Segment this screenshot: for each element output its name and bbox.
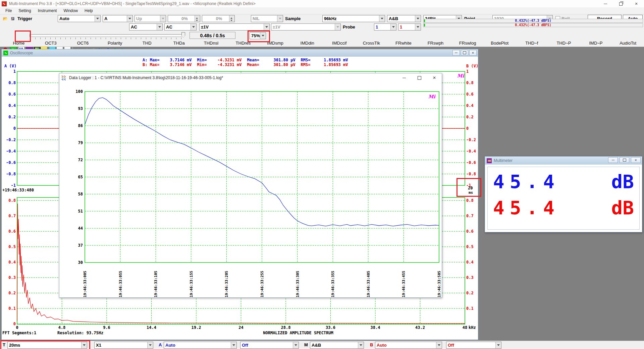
scope-ytick-left: 0.4 xyxy=(8,103,16,108)
b-filter-select[interactable]: Off xyxy=(446,342,501,349)
minimize-icon[interactable] xyxy=(608,157,618,163)
b-scale-select[interactable]: Auto xyxy=(375,342,442,349)
zoom-select[interactable]: 75% xyxy=(250,32,266,39)
trigger-source-select[interactable]: A xyxy=(103,15,133,22)
minimize-icon[interactable] xyxy=(598,0,613,7)
close-icon[interactable]: ✕ xyxy=(629,0,644,7)
spinner-buttons[interactable] xyxy=(229,15,234,22)
tab-frwhite[interactable]: FRwhite xyxy=(387,40,420,47)
restore-icon[interactable] xyxy=(613,0,629,7)
tab-thdres[interactable]: THDres xyxy=(227,40,259,47)
tab-thdnsl[interactable]: THDnsl xyxy=(195,40,227,47)
trigger-delay-spinner[interactable]: 0% xyxy=(202,15,235,22)
menu-window[interactable]: Window xyxy=(60,8,81,14)
close-icon[interactable]: ✕ xyxy=(427,73,442,82)
logger-ytick: 51 xyxy=(78,209,83,214)
timebase-select[interactable]: 20ms xyxy=(7,342,87,349)
logger-xtick: 19:46:33:505 xyxy=(437,271,441,297)
tab-imdccif[interactable]: IMDccif xyxy=(323,40,356,47)
trigger-level-spinner[interactable]: 0% xyxy=(168,15,200,22)
minimize-icon[interactable] xyxy=(397,73,412,82)
tab-thd[interactable]: THD xyxy=(131,40,163,47)
maximize-icon[interactable] xyxy=(461,50,468,56)
minimize-icon[interactable] xyxy=(452,50,460,56)
oscilloscope-titlebar[interactable]: Oscilloscope ✕ xyxy=(2,49,478,57)
close-icon[interactable]: ✕ xyxy=(469,50,477,56)
sample-rate-select[interactable]: 96kHz xyxy=(322,15,385,22)
data-logger-window: Data Logger : 1 - C:\VIRTINS Multi-Instr… xyxy=(59,73,442,298)
tab-frswlog[interactable]: FRswlog xyxy=(451,40,484,47)
chevron-down-icon[interactable] xyxy=(81,342,87,348)
maximize-icon[interactable] xyxy=(620,157,629,163)
spinner-buttons[interactable] xyxy=(195,15,200,22)
tab-thd~f[interactable]: THD~f xyxy=(516,40,548,47)
tab-thda[interactable]: THDa xyxy=(163,40,195,47)
close-icon[interactable]: ✕ xyxy=(631,157,641,163)
tab-frswph[interactable]: FRswph xyxy=(420,40,452,47)
tab-imd~p[interactable]: IMD~P xyxy=(580,40,612,47)
chevron-down-icon[interactable] xyxy=(358,342,364,348)
tab-bodeplot[interactable]: BodePlot xyxy=(484,40,516,47)
trigger-edge-select: Up xyxy=(135,15,166,22)
a-filter-select[interactable]: Off xyxy=(240,342,299,349)
chevron-down-icon[interactable] xyxy=(264,24,269,30)
chevron-down-icon[interactable] xyxy=(379,15,385,22)
spectrum-ytick-right: 0.2 xyxy=(466,291,474,295)
a-scale-select[interactable]: Auto xyxy=(164,342,237,349)
chevron-down-icon[interactable] xyxy=(127,15,132,22)
probe-a-select[interactable]: 1 xyxy=(374,23,396,31)
chevron-down-icon[interactable] xyxy=(191,24,196,30)
scope-ytick-left: -0.4 xyxy=(6,149,16,154)
chevron-down-icon[interactable] xyxy=(260,33,266,39)
channel-mode-select[interactable]: A&B xyxy=(310,342,364,349)
chevron-down-icon[interactable] xyxy=(415,15,421,22)
chevron-down-icon[interactable] xyxy=(495,342,501,348)
oscilloscope-icon xyxy=(3,51,8,55)
chevron-down-icon[interactable] xyxy=(231,342,236,348)
sample-channels-select[interactable]: A&B xyxy=(387,15,421,22)
maximize-icon[interactable] xyxy=(412,73,427,82)
tab-oct6[interactable]: OCT6 xyxy=(67,40,99,47)
tab-imddin[interactable]: IMDdin xyxy=(291,40,323,47)
spectrum-xtick: 38.4 xyxy=(371,325,380,330)
x-zoom-select[interactable]: X1 xyxy=(94,342,153,349)
logger-xtick: 19:46:33:355 xyxy=(331,271,335,297)
tab-imdsmp[interactable]: IMDsmp xyxy=(259,40,291,47)
spectrum-xtick: 14.4 xyxy=(147,325,156,330)
trigger-mode-select[interactable]: Auto xyxy=(58,15,101,22)
menu-file[interactable]: File xyxy=(2,8,15,14)
channel-b-label: B xyxy=(370,341,373,348)
chevron-down-icon[interactable] xyxy=(293,342,299,348)
chevron-down-icon[interactable] xyxy=(95,15,100,22)
coupling-a-select[interactable]: AC xyxy=(129,23,163,31)
tab-oct3[interactable]: OCT3 xyxy=(35,40,67,47)
timebase-label: T xyxy=(3,341,5,348)
menu-instrument[interactable]: Instrument xyxy=(35,8,60,14)
save-icon[interactable]: 🖫 xyxy=(9,15,16,22)
chevron-down-icon[interactable] xyxy=(157,24,162,30)
spectrum-ytick-left: 0.2 xyxy=(8,291,16,295)
chevron-down-icon[interactable] xyxy=(436,342,442,348)
menu-help[interactable]: Help xyxy=(81,8,96,14)
menu-setting[interactable]: Setting xyxy=(15,8,34,14)
range-a-select[interactable]: ±1V xyxy=(199,23,270,31)
tab-polarity[interactable]: Polarity xyxy=(99,40,131,47)
probe-b-select[interactable]: 1 xyxy=(398,23,421,31)
tab-crosstlk[interactable]: CrossTlk xyxy=(356,40,388,47)
chevron-down-icon[interactable] xyxy=(147,342,153,348)
spectrum-ytick-right: 0.5 xyxy=(466,244,474,249)
tab-thd~p[interactable]: THD~P xyxy=(548,40,580,47)
data-logger-chart: 1009386797265585144373019:46:33:00519:46… xyxy=(59,82,442,298)
open-file-icon[interactable]: 📂 xyxy=(2,15,9,22)
scope-ytick-left: -0.8 xyxy=(6,172,16,176)
data-logger-icon xyxy=(61,75,67,80)
position-slider[interactable] xyxy=(30,34,184,37)
tab-home[interactable]: Home xyxy=(3,40,35,47)
data-logger-titlebar[interactable]: Data Logger : 1 - C:\VIRTINS Multi-Instr… xyxy=(59,73,442,82)
chevron-down-icon[interactable] xyxy=(390,24,396,30)
multimeter-titlebar[interactable]: Multimeter ✕ xyxy=(485,157,642,165)
spectrum-ytick-right: 0.8 xyxy=(466,198,474,203)
tab-audiotst[interactable]: AudioTst xyxy=(612,40,644,47)
coupling-b-select[interactable]: AC xyxy=(164,23,197,31)
chevron-down-icon[interactable] xyxy=(415,24,421,30)
